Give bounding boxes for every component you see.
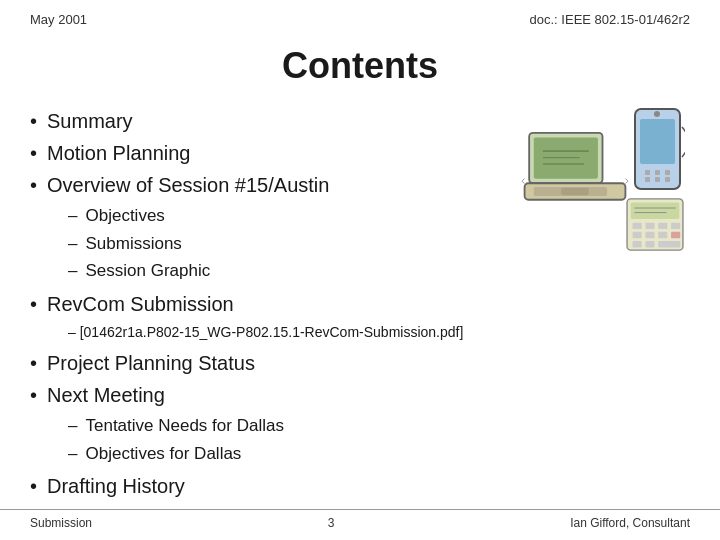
svg-rect-29: [671, 232, 680, 238]
svg-rect-28: [658, 232, 667, 238]
svg-rect-32: [658, 241, 680, 247]
bullet-text: Overview of Session #15/Austin: [47, 171, 329, 199]
bullet-text: Drafting History: [47, 472, 185, 500]
bullet-dot: •: [30, 381, 37, 409]
bullet-dot: •: [30, 472, 37, 500]
bullet-dot: •: [30, 107, 37, 135]
svg-point-2: [654, 111, 660, 117]
illustrations-area: [510, 107, 690, 327]
sub-list: Tentative Needs for Dallas Objectives fo…: [68, 413, 690, 466]
footer-center: 3: [328, 516, 335, 530]
content-area: • Summary • Motion Planning • Overview o…: [0, 107, 720, 504]
sub-list-item: Tentative Needs for Dallas: [68, 413, 690, 439]
header-date: May 2001: [30, 12, 87, 27]
svg-rect-25: [671, 223, 680, 229]
svg-rect-6: [645, 177, 650, 182]
sub-item-text: Session Graphic: [85, 258, 210, 284]
list-item: • Next Meeting Tentative Needs for Dalla…: [30, 381, 690, 466]
svg-rect-1: [640, 119, 675, 164]
bullet-dot: •: [30, 290, 37, 318]
svg-rect-8: [665, 177, 670, 182]
svg-rect-22: [633, 223, 642, 229]
footer-left: Submission: [30, 516, 92, 530]
laptop-icon: [520, 127, 630, 212]
footer-right: Ian Gifford, Consultant: [570, 516, 690, 530]
svg-rect-5: [665, 170, 670, 175]
svg-rect-19: [631, 203, 680, 220]
title-area: Contents: [0, 45, 720, 87]
slide: May 2001 doc.: IEEE 802.15-01/462r2 Cont…: [0, 0, 720, 540]
bullet-text: Next Meeting: [47, 381, 165, 409]
phone-icon: [630, 107, 685, 197]
bullet-dot: •: [30, 349, 37, 377]
svg-rect-31: [645, 241, 654, 247]
svg-rect-4: [655, 170, 660, 175]
bullet-text: Motion Planning: [47, 139, 190, 167]
sub-item-text: Objectives for Dallas: [85, 441, 241, 467]
sub-item-text: Tentative Needs for Dallas: [85, 413, 283, 439]
bullet-text: RevCom Submission: [47, 290, 234, 318]
bullet-dot: •: [30, 139, 37, 167]
header-doc: doc.: IEEE 802.15-01/462r2: [530, 12, 690, 27]
bullet-dot: •: [30, 171, 37, 199]
svg-rect-27: [645, 232, 654, 238]
list-item: • Drafting History: [30, 472, 690, 500]
svg-rect-3: [645, 170, 650, 175]
svg-rect-26: [633, 232, 642, 238]
sub-item-text: Submissions: [85, 231, 181, 257]
sub-list-item: Objectives for Dallas: [68, 441, 690, 467]
svg-rect-30: [633, 241, 642, 247]
svg-rect-13: [561, 188, 589, 195]
list-item: • Project Planning Status: [30, 349, 690, 377]
sub-item-text: Objectives: [85, 203, 164, 229]
slide-footer: Submission 3 Ian Gifford, Consultant: [0, 509, 720, 530]
svg-rect-7: [655, 177, 660, 182]
svg-rect-23: [645, 223, 654, 229]
bullet-text: Project Planning Status: [47, 349, 255, 377]
slide-header: May 2001 doc.: IEEE 802.15-01/462r2: [0, 0, 720, 27]
bullet-text: Summary: [47, 107, 133, 135]
calc-icon: [625, 197, 685, 252]
slide-title: Contents: [0, 45, 720, 87]
svg-rect-24: [658, 223, 667, 229]
